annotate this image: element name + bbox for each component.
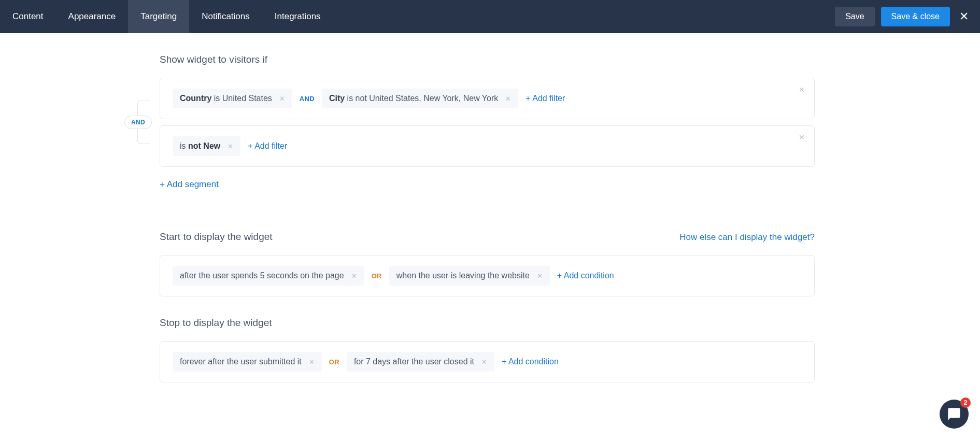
condition-pill[interactable]: after the user spends 5 seconds on the p…	[173, 266, 364, 286]
chat-bubble[interactable]: 2	[940, 400, 969, 420]
add-condition-link[interactable]: + Add condition	[557, 271, 614, 280]
remove-filter-icon[interactable]: ✕	[279, 95, 285, 103]
tab-content[interactable]: Content	[0, 0, 56, 33]
remove-filter-icon[interactable]: ✕	[228, 143, 233, 150]
add-segment-link[interactable]: + Add segment	[160, 179, 219, 190]
stop-conditions-card: forever after the user submitted it ✕ OR…	[160, 341, 815, 382]
filter-row: Country is United States ✕ AND City is n…	[173, 89, 802, 108]
start-display-title: Start to display the widget	[160, 231, 273, 243]
chat-icon	[947, 407, 961, 420]
condition-conjunction-or: OR	[372, 272, 382, 280]
content-area: Show widget to visitors if AND ✕ Country…	[160, 33, 815, 420]
filter-pill-country[interactable]: Country is United States ✕	[173, 89, 292, 108]
segment-connector-badge: AND	[124, 116, 152, 129]
remove-segment-icon[interactable]: ✕	[799, 86, 805, 94]
tab-integrations[interactable]: Integrations	[262, 0, 333, 33]
condition-text: when the user is leaving the website	[396, 271, 530, 280]
topbar: Content Appearance Targeting Notificatio…	[0, 0, 980, 33]
remove-condition-icon[interactable]: ✕	[481, 358, 487, 366]
save-close-button[interactable]: Save & close	[881, 7, 950, 26]
remove-segment-icon[interactable]: ✕	[799, 133, 805, 141]
filter-pill-city[interactable]: City is not United States, New York, New…	[322, 89, 518, 108]
condition-row: forever after the user submitted it ✕ OR…	[173, 352, 802, 372]
segment-card: ✕ is not New ✕ + Add filter	[160, 125, 815, 167]
save-button[interactable]: Save	[835, 7, 874, 26]
help-link[interactable]: How else can I display the widget?	[679, 232, 815, 243]
add-filter-link[interactable]: + Add filter	[248, 141, 287, 151]
remove-condition-icon[interactable]: ✕	[537, 272, 543, 280]
tabs: Content Appearance Targeting Notificatio…	[0, 0, 333, 33]
show-widget-title: Show widget to visitors if	[160, 54, 815, 65]
start-display-header: Start to display the widget How else can…	[160, 231, 815, 243]
filter-conjunction-and: AND	[300, 95, 315, 103]
condition-pill[interactable]: forever after the user submitted it ✕	[173, 352, 322, 372]
close-icon[interactable]: ✕	[956, 10, 972, 23]
condition-text: after the user spends 5 seconds on the p…	[180, 271, 344, 280]
start-conditions-card: after the user spends 5 seconds on the p…	[160, 255, 815, 296]
tab-notifications[interactable]: Notifications	[189, 0, 262, 33]
condition-pill[interactable]: for 7 days after the user closed it ✕	[347, 352, 494, 372]
tab-targeting[interactable]: Targeting	[128, 0, 189, 33]
filter-text: Country is United States	[180, 94, 272, 103]
condition-conjunction-or: OR	[329, 358, 339, 366]
tab-appearance[interactable]: Appearance	[56, 0, 129, 33]
condition-row: after the user spends 5 seconds on the p…	[173, 266, 802, 286]
segment-group: AND ✕ Country is United States ✕ AND Cit…	[160, 78, 815, 167]
add-filter-link[interactable]: + Add filter	[525, 94, 565, 103]
remove-filter-icon[interactable]: ✕	[505, 95, 511, 103]
chat-badge: 2	[960, 398, 971, 408]
remove-condition-icon[interactable]: ✕	[351, 272, 357, 280]
filter-row: is not New ✕ + Add filter	[173, 136, 802, 156]
filter-pill-new[interactable]: is not New ✕	[173, 136, 240, 156]
remove-condition-icon[interactable]: ✕	[309, 358, 315, 366]
filter-text: City is not United States, New York, New…	[329, 94, 498, 103]
condition-text: forever after the user submitted it	[180, 357, 302, 366]
add-condition-link[interactable]: + Add condition	[502, 357, 559, 366]
stop-display-title: Stop to display the widget	[160, 317, 815, 329]
segment-card: ✕ Country is United States ✕ AND City is…	[160, 78, 815, 119]
topbar-actions: Save Save & close ✕	[835, 7, 980, 26]
filter-text: is not New	[180, 141, 220, 151]
condition-text: for 7 days after the user closed it	[354, 357, 474, 366]
condition-pill[interactable]: when the user is leaving the website ✕	[389, 266, 550, 286]
